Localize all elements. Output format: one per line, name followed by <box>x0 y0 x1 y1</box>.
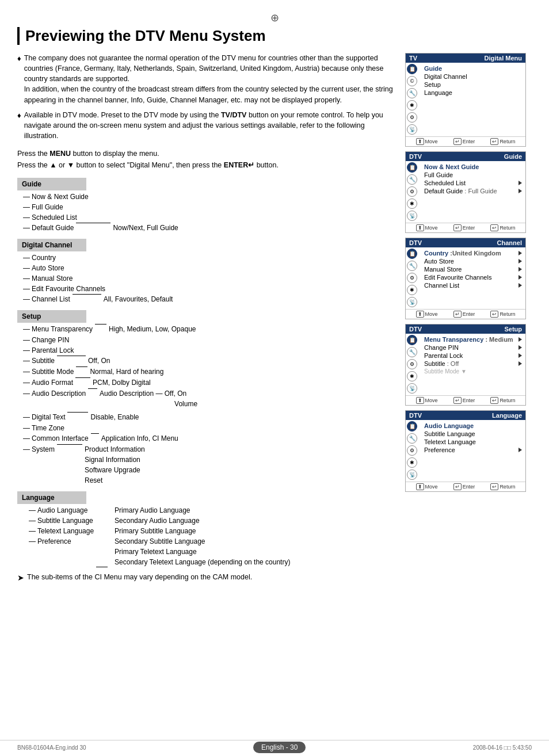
menu-header-digital-channel: Digital Channel <box>17 239 86 251</box>
menu-desc-default-guide: Now/Next, Full Guide <box>113 223 178 233</box>
list-item: — Time Zone <box>23 423 396 433</box>
lang-items-left: — Audio Language — Subtitle Language — T… <box>23 505 94 567</box>
list-item: — Parental Lock <box>23 345 396 356</box>
guide-icon-4: ✱ <box>407 198 417 209</box>
menu-item-scheduled: Scheduled List <box>32 212 77 223</box>
tv-menu-now-next: Now & Next Guide <box>424 163 522 171</box>
tv-icon-2: © <box>407 76 417 86</box>
channel-menu-col: Country :United Kingdom Auto Store Manua… <box>421 247 525 307</box>
tv-menu-preference: Preference <box>424 446 522 454</box>
lang-icon-5: 📡 <box>407 469 417 480</box>
menu-desc-system: Product InformationSignal InformationSof… <box>85 444 145 486</box>
arrow-icon <box>518 259 522 264</box>
footer-move: ⬆ Move <box>416 138 438 145</box>
tv-panel-footer: ⬆ Move ↵ Enter ↩ Return <box>406 136 525 146</box>
enter-icon: ↵ <box>453 311 462 318</box>
page-footer: BN68-01604A-Eng.indd 30 English - 30 200… <box>0 740 549 751</box>
tv-panel-header-digital-menu: TV Digital Menu <box>406 54 525 63</box>
setup-menu-col: Menu Transparency : Medium Change PIN Pa… <box>421 334 525 394</box>
menu-item-full-guide: Full Guide <box>32 202 63 212</box>
guide-icon-5: 📡 <box>407 211 417 221</box>
bullet-item-1: ♦ The company does not guarantee the nor… <box>17 53 396 105</box>
list-item: — Teletext Language <box>29 526 94 536</box>
menu-item-teletext-lang: Teletext Language <box>37 526 94 536</box>
menu-item-system: System <box>32 444 55 455</box>
tv-panel-channel: DTV Channel 📋 🔧 ⚙ ✱ 📡 Country :U <box>405 238 526 319</box>
tv-panel-setup: DTV Setup 📋 🔧 ⚙ ✱ 📡 Menu Transpa <box>405 324 526 406</box>
tv-menu-scheduled: Scheduled List <box>424 179 522 187</box>
setup-icon-4: ✱ <box>407 371 417 381</box>
tv-menu-audio-lang: Audio Language <box>424 422 522 430</box>
english-badge: English - 30 <box>253 742 306 753</box>
move-icon: ⬆ <box>416 138 424 145</box>
enter-icon: ↵ <box>453 397 462 404</box>
list-item: — Change PIN <box>23 335 396 345</box>
menu-desc-common-interface: Application Info, CI Menu <box>101 433 178 444</box>
list-item: — Channel List All, Favourites, Default <box>23 294 396 304</box>
list-item: — Menu Transparency High, Medium, Low, O… <box>23 324 396 334</box>
tv-menu-item-setup: Setup <box>424 81 522 89</box>
tv-menu-transparency: Menu Transparency : Medium <box>424 335 522 343</box>
list-item: — Auto Store <box>23 263 396 273</box>
setup-panel-body: Menu Transparency : Medium Change PIN Pa… <box>421 334 525 377</box>
arrow-icon <box>518 283 522 288</box>
footer-center: English - 30 <box>253 743 306 751</box>
tv-icon-5: ⚙ <box>407 112 417 123</box>
menu-items-language: — Audio Language — Subtitle Language — T… <box>17 505 396 567</box>
menu-desc-transparency: High, Medium, Low, Opaque <box>109 324 196 334</box>
lang-icon-2: 🔧 <box>407 433 417 444</box>
tv-menu-country: Country :United Kingdom <box>424 249 522 257</box>
note-arrow-icon: ➤ <box>17 573 24 582</box>
menu-section-guide: Guide — Now & Next Guide — Full Guide — <box>17 178 396 233</box>
channel-icon-3: ⚙ <box>407 273 417 283</box>
footer-enter: ↵ Enter <box>453 138 475 145</box>
menu-desc-audio-description: Audio Description — Off, On Volume <box>100 388 197 409</box>
right-column: TV Digital Menu 📋 © 🔧 ✱ ⚙ 📡 Guide <box>405 53 532 582</box>
menu-item-default-guide: Default Guide <box>32 223 74 233</box>
arrow-icon <box>518 345 522 350</box>
return-icon: ↩ <box>490 311 498 318</box>
setup-icon-1: 📋 <box>407 335 417 345</box>
menu-desc-audio-format: PCM, Dolby Digital <box>93 377 151 388</box>
arrow-icon <box>518 189 522 193</box>
menu-items-digital-channel: — Country — Auto Store — Manual Store <box>17 253 396 304</box>
bullet-item-2: ♦ Available in DTV mode. Preset to the D… <box>17 110 396 141</box>
list-item: — Digital Text Disable, Enable <box>23 412 396 422</box>
setup-icons-col: 📋 🔧 ⚙ ✱ 📡 <box>406 334 418 394</box>
lang-icon-1: 📋 <box>407 421 417 432</box>
channel-panel-footer: ⬆Move ↵Enter ↩Return <box>406 309 525 319</box>
setup-icon-2: 🔧 <box>407 347 417 357</box>
menu-item-audio-description: Audio Description <box>32 388 86 399</box>
tv-menu-subtitle-lang: Subtitle Language <box>424 430 522 438</box>
left-column: ♦ The company does not guarantee the nor… <box>17 53 396 582</box>
menu-section-setup: Setup — Menu Transparency High, Medium, … <box>17 310 396 486</box>
menu-item-channel-list: Channel List <box>32 294 70 304</box>
setup-panel-footer: ⬆Move ↵Enter ↩Return <box>406 395 525 405</box>
arrow-icon <box>518 251 522 255</box>
menu-items-setup: — Menu Transparency High, Medium, Low, O… <box>17 324 396 486</box>
list-item: — Full Guide <box>23 202 396 212</box>
lang-desc-preference: Primary Audio Language Secondary Audio L… <box>115 505 290 567</box>
tv-panel-digital-menu: TV Digital Menu 📋 © 🔧 ✱ ⚙ 📡 Guide <box>405 53 526 147</box>
footer-return: ↩ Return <box>490 138 515 145</box>
menu-section-digital-channel: Digital Channel — Country — Auto Store — <box>17 239 396 304</box>
list-item: — System Product InformationSignal Infor… <box>23 444 396 486</box>
list-item: — Now & Next Guide <box>23 192 396 202</box>
bullet-text-2: Available in DTV mode. Preset to the DTV… <box>24 110 396 141</box>
move-icon: ⬆ <box>416 397 424 404</box>
arrow-icon <box>518 275 522 280</box>
tv-panel-header-language: DTV Language <box>406 411 525 420</box>
tv-menu-item-digital-channel: Digital Channel <box>424 72 522 81</box>
list-item: — Preference <box>29 536 94 547</box>
list-item: — Scheduled List <box>23 212 396 223</box>
enter-icon: ↵ <box>453 138 462 145</box>
return-icon: ↩ <box>490 397 498 404</box>
tv-menu-edit-fav: Edit Favourite Channels <box>424 273 522 281</box>
menu-item-subtitle: Subtitle <box>32 356 55 366</box>
channel-icon-2: 🔧 <box>407 261 417 271</box>
tv-panel-body: Guide Digital Channel Setup Language <box>421 63 525 98</box>
tv-menu-full-guide: Full Guide <box>424 171 522 179</box>
menu-header-setup: Setup <box>17 310 86 323</box>
panel-menu-col: Guide Digital Channel Setup Language <box>421 63 525 135</box>
menu-item-audio-format: Audio Format <box>32 377 73 388</box>
